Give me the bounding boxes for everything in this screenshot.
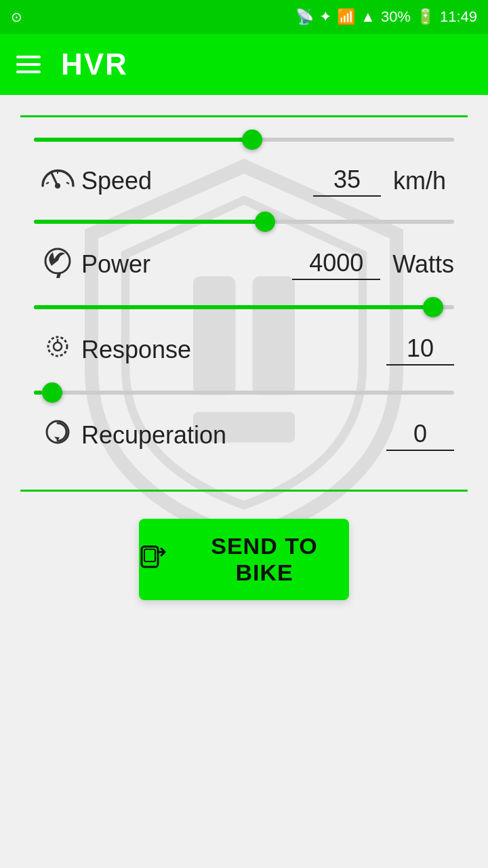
status-bar: ⊙ 📡 ✦ 📶 ▲ 30% 🔋 11:49 xyxy=(0,0,488,34)
recuperation-label: Recuperation xyxy=(81,421,386,450)
svg-point-4 xyxy=(55,183,60,189)
send-btn-container: SEND TO BIKE xyxy=(0,519,488,600)
speed-icon xyxy=(34,162,81,199)
app-title: HVR xyxy=(61,47,128,81)
speed-slider-thumb[interactable] xyxy=(242,130,262,150)
power-slider-row xyxy=(34,220,454,224)
send-to-bike-label: SEND TO BIKE xyxy=(180,533,349,586)
speed-label: Speed xyxy=(81,167,313,195)
power-slider-track[interactable] xyxy=(34,220,454,224)
response-icon xyxy=(34,330,81,370)
send-icon xyxy=(139,542,167,577)
response-param-row: Response 10 xyxy=(34,323,454,391)
status-right: 📡 ✦ 📶 ▲ 30% 🔋 11:49 xyxy=(296,8,477,26)
recuperation-slider-thumb[interactable] xyxy=(42,382,62,403)
wifi-icon: 📶 xyxy=(337,8,355,26)
svg-line-5 xyxy=(46,182,49,184)
recuperation-slider-fill xyxy=(34,391,42,395)
recuperation-slider-track[interactable] xyxy=(34,391,454,395)
response-slider-thumb[interactable] xyxy=(423,297,443,317)
svg-point-8 xyxy=(45,249,70,273)
response-value[interactable]: 10 xyxy=(386,334,454,366)
power-param-row: Power 4000 Watts xyxy=(34,237,454,305)
speed-slider-row xyxy=(34,138,454,142)
menu-button[interactable] xyxy=(16,56,41,73)
power-unit: Watts xyxy=(392,250,454,279)
recuperation-slider-row xyxy=(34,391,454,395)
response-slider-track[interactable] xyxy=(34,305,454,309)
svg-rect-14 xyxy=(144,549,155,561)
speed-slider-track[interactable] xyxy=(34,138,454,142)
speed-unit: km/h xyxy=(393,167,454,195)
bottom-divider xyxy=(20,490,468,492)
response-slider-row xyxy=(34,305,454,309)
top-bar: HVR xyxy=(0,34,488,95)
svg-line-6 xyxy=(66,182,69,184)
cast-icon: 📡 xyxy=(296,8,314,26)
send-to-bike-button[interactable]: SEND TO BIKE xyxy=(139,519,349,600)
response-slider-fill xyxy=(34,305,433,309)
battery-percent: 30% xyxy=(381,8,411,26)
svg-point-10 xyxy=(54,342,62,351)
battery-icon: 🔋 xyxy=(416,8,434,26)
bluetooth-icon: ✦ xyxy=(319,8,331,26)
speed-param-row: Speed 35 km/h xyxy=(34,155,454,220)
recuperation-param-row: Recuperation 0 xyxy=(34,408,454,476)
recuperation-icon xyxy=(34,415,81,456)
power-slider-fill xyxy=(34,220,265,224)
circle-icon: ⊙ xyxy=(11,9,22,25)
status-left: ⊙ xyxy=(11,9,22,25)
recuperation-value[interactable]: 0 xyxy=(386,420,454,451)
speed-value[interactable]: 35 xyxy=(313,165,381,197)
power-icon xyxy=(34,244,81,285)
time: 11:49 xyxy=(440,8,477,26)
signal-icon: ▲ xyxy=(361,8,375,26)
response-label: Response xyxy=(81,336,386,364)
main-content: Speed 35 km/h Power 4000 Watts xyxy=(0,115,488,600)
power-value[interactable]: 4000 xyxy=(292,249,380,280)
power-slider-thumb[interactable] xyxy=(255,212,275,232)
controls-section: Speed 35 km/h Power 4000 Watts xyxy=(0,117,488,476)
speed-slider-fill xyxy=(34,138,252,142)
power-label: Power xyxy=(81,250,292,279)
